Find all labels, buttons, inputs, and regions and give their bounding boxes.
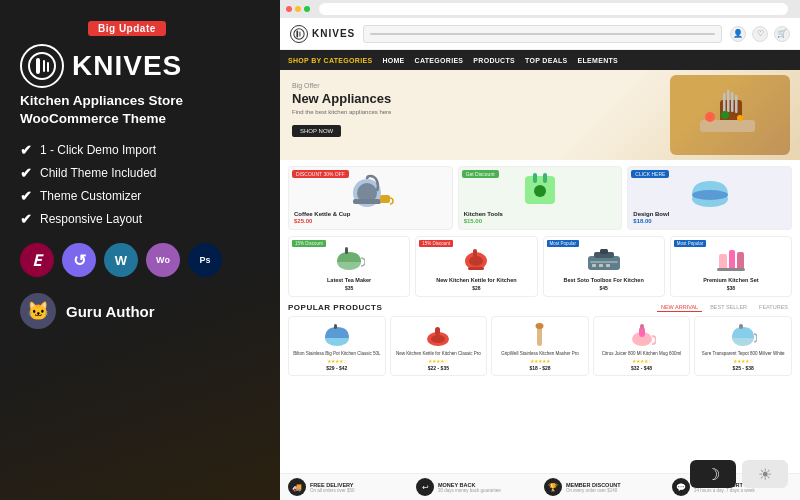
svg-point-13 — [705, 112, 715, 122]
svg-rect-8 — [723, 93, 726, 113]
design-bowl-svg — [685, 171, 735, 209]
user-icon[interactable]: 👤 — [730, 26, 746, 42]
discount-badge-1: DISCOUNT 30% OFF — [292, 170, 349, 178]
pop-img-4 — [598, 321, 686, 349]
tea-card-4: Most Popular Premium Kitchen Set $38 — [670, 236, 792, 297]
pop-stars-2: ★★★★☆ — [395, 358, 483, 364]
svg-rect-12 — [700, 120, 755, 132]
svg-point-23 — [534, 185, 546, 197]
tea-card-1: 15% Discount Latest Tea Maker $35 — [288, 236, 410, 297]
hero-image — [670, 75, 790, 155]
header-search-bar[interactable] — [363, 25, 722, 43]
svg-rect-18 — [353, 199, 381, 204]
svg-rect-31 — [468, 267, 484, 270]
kettle-svg — [460, 244, 492, 272]
site-logo-icon-small — [290, 25, 308, 43]
check-icon-3: ✔ — [20, 188, 32, 204]
popular-tabs: NEW ARRIVAL BEST SELLER FEATURES — [657, 303, 792, 312]
popular-card-2: New Kitchen Kettle for Kitchen Classic P… — [390, 316, 488, 376]
site-header: KNIVES 👤 ♡ 🛒 — [280, 18, 800, 50]
dark-mode-toggle[interactable]: ☽ — [690, 460, 736, 488]
tea-name-4: Premium Kitchen Set — [676, 277, 786, 283]
pop-name-3: GripWell Stainless Kitchen Masher Pro — [496, 351, 584, 357]
browser-dot-minimize — [295, 6, 301, 12]
popular-card-4: Citrus Juicer 800 Ml Kitchen Mug 600ml ★… — [593, 316, 691, 376]
svg-rect-1 — [36, 58, 40, 74]
cart-icon[interactable]: 🛒 — [774, 26, 790, 42]
tea-name-3: Best Soto Toolbox For Kitchen — [549, 277, 659, 283]
feature-4: ✔ Responsive Layout — [20, 211, 260, 227]
pop-price-1: $29 - $42 — [293, 365, 381, 371]
tea-maker-row: 15% Discount Latest Tea Maker $35 — [288, 236, 792, 297]
svg-rect-35 — [590, 261, 618, 263]
tea-price-3: $45 — [549, 285, 659, 291]
discount-card-2: Get Discount Kitchen Tools $15.00 — [458, 166, 623, 230]
tea-card-3: Most Popular — [543, 236, 665, 297]
guru-row: 🐱 Guru Author — [20, 293, 260, 329]
browser-bar — [280, 0, 800, 18]
tea-badge-1: 15% Discount — [292, 240, 326, 247]
popular-product-2-svg — [424, 322, 452, 348]
pop-stars-3: ★★★★★ — [496, 358, 584, 364]
popular-products-header: POPULAR PRODUCTS NEW ARRIVAL BEST SELLER… — [288, 303, 792, 312]
pop-price-3: $18 - $28 — [496, 365, 584, 371]
wishlist-icon[interactable]: ♡ — [752, 26, 768, 42]
moon-icon: ☽ — [706, 465, 720, 484]
light-mode-toggle[interactable]: ☀ — [742, 460, 788, 488]
svg-rect-34 — [600, 249, 608, 254]
nav-products[interactable]: PRODUCTS — [473, 57, 515, 64]
svg-point-25 — [692, 190, 728, 200]
popular-product-5-svg — [729, 322, 757, 348]
feature-1: ✔ 1 - Click Demo Import — [20, 142, 260, 158]
tea-badge-4: Most Popular — [674, 240, 707, 247]
nav-top-deals[interactable]: TOP DEALS — [525, 57, 568, 64]
popular-card-3: GripWell Stainless Kitchen Masher Pro ★★… — [491, 316, 589, 376]
tagline: Kitchen Appliances Store WooCommerce The… — [20, 92, 260, 128]
svg-rect-52 — [640, 324, 644, 329]
card-title-1: Coffee Kettle & Cup — [294, 211, 447, 217]
pop-price-5: $25 - $38 — [699, 365, 787, 371]
tea-price-2: $28 — [421, 285, 531, 291]
svg-point-15 — [737, 115, 743, 121]
tea-price-4: $38 — [676, 285, 786, 291]
right-panel: KNIVES 👤 ♡ 🛒 SHOP BY CATEGORIES HOME CAT… — [280, 0, 800, 500]
hero-shop-button[interactable]: SHOP NOW — [292, 125, 341, 137]
nav-shop-categories[interactable]: SHOP BY CATEGORIES — [288, 57, 372, 64]
benefit-title-1: FREE DELIVERY — [310, 482, 355, 488]
kitchen-tools-svg — [515, 171, 565, 209]
svg-rect-41 — [737, 252, 744, 270]
theme-toggle: ☽ ☀ — [690, 460, 788, 488]
nav-elements[interactable]: ELEMENTS — [578, 57, 619, 64]
svg-rect-10 — [731, 92, 734, 112]
check-icon-4: ✔ — [20, 211, 32, 227]
tab-best-seller[interactable]: BEST SELLER — [706, 303, 751, 312]
svg-rect-44 — [334, 324, 337, 329]
benefit-sub-3: On every order over $140 — [566, 488, 621, 493]
browser-dot-close — [286, 6, 292, 12]
svg-point-49 — [535, 323, 543, 329]
popular-card-5: Sure Transparent Tepot 800 Miliver White… — [694, 316, 792, 376]
tea-badge-3: Most Popular — [547, 240, 580, 247]
nav-categories[interactable]: CATEGORIES — [415, 57, 464, 64]
popular-card-1: Bilton Stainless Big Pot Kitchen Classic… — [288, 316, 386, 376]
card-price-2: $15.00 — [464, 218, 617, 224]
nav-home[interactable]: HOME — [382, 57, 404, 64]
left-panel: Big Update KNIVES Kitchen Appliances Sto… — [0, 0, 280, 500]
tab-features[interactable]: FEATURES — [755, 303, 792, 312]
pop-img-5 — [699, 321, 787, 349]
benefit-title-3: MEMBER DISCOUNT — [566, 482, 621, 488]
benefit-text-2: MONEY BACK 30 days money back guarantee — [438, 482, 501, 493]
card-title-2: Kitchen Tools — [464, 211, 617, 217]
site-nav: SHOP BY CATEGORIES HOME CATEGORIES PRODU… — [280, 50, 800, 70]
svg-point-0 — [29, 53, 55, 79]
svg-rect-5 — [296, 30, 298, 37]
benefit-text-1: FREE DELIVERY On all orders over $50 — [310, 482, 355, 493]
pop-name-5: Sure Transparent Tepot 800 Miliver White — [699, 351, 787, 357]
coffee-kettle-svg — [345, 171, 395, 209]
svg-rect-21 — [533, 173, 537, 183]
pop-img-3 — [496, 321, 584, 349]
feature-2: ✔ Child Theme Included — [20, 165, 260, 181]
popular-products-title: POPULAR PRODUCTS — [288, 303, 382, 312]
tab-new-arrival[interactable]: NEW ARRIVAL — [657, 303, 702, 312]
svg-point-14 — [721, 111, 729, 119]
